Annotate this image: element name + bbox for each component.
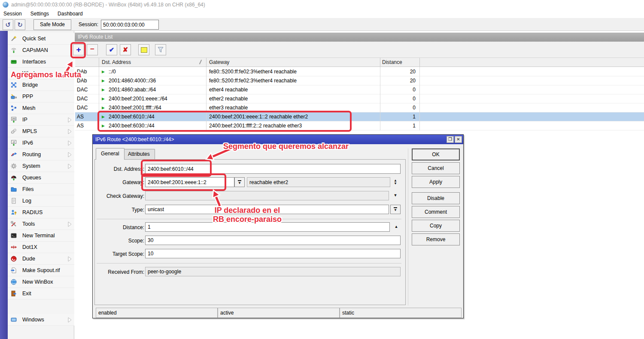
exit-door-icon bbox=[10, 290, 17, 297]
dialog-maximize-button[interactable]: ❐ bbox=[447, 136, 454, 143]
dst-address-label: Dst. Address: bbox=[96, 164, 144, 174]
sidebar-item-tools[interactable]: Tools bbox=[8, 218, 74, 230]
remove-route-button[interactable]: − bbox=[87, 44, 98, 55]
tab-general[interactable]: General bbox=[96, 148, 125, 160]
remove-button[interactable]: Remove bbox=[412, 233, 460, 245]
sidebar-item-capsman[interactable]: CAPsMAN bbox=[8, 45, 74, 56]
sidebar-item-ppp[interactable]: PPP bbox=[8, 91, 74, 103]
enable-route-button[interactable]: ✔ bbox=[106, 44, 117, 55]
route-active-icon: ▶ bbox=[102, 103, 105, 112]
route-active-icon: ▶ bbox=[102, 121, 105, 130]
sidebar-item-ipv6[interactable]: v6 IPv6 bbox=[8, 137, 74, 149]
sidebar-item-make-supout[interactable]: Make Supout.rif bbox=[8, 265, 74, 276]
route-row-selected[interactable]: AS▶ 2400:beef:6010::/44 2400:beef:2001:e… bbox=[75, 112, 644, 121]
sidebar-item-ip[interactable]: 255 IP bbox=[8, 114, 74, 126]
cancel-button[interactable]: Cancel bbox=[412, 162, 460, 174]
column-header-gateway[interactable]: Gateway bbox=[209, 58, 229, 67]
sidebar-item-queues[interactable]: Queues bbox=[8, 172, 74, 184]
sidebar-item-dude[interactable]: Dude bbox=[8, 253, 74, 265]
sidebar-item-new-winbox[interactable]: New WinBox bbox=[8, 276, 74, 288]
type-dropdown-button[interactable]: ▼ bbox=[390, 205, 401, 214]
magic-wand-icon bbox=[10, 35, 17, 42]
comment-route-button[interactable] bbox=[138, 44, 149, 55]
dialog-close-button[interactable]: ✕ bbox=[455, 136, 462, 143]
svg-text:255: 255 bbox=[12, 118, 16, 120]
route-row[interactable]: DAb▶ ::/0 fe80::5200:ff:fe02:3%ether4 re… bbox=[75, 67, 644, 76]
supout-file-icon bbox=[10, 267, 17, 274]
ok-button[interactable]: OK bbox=[412, 148, 460, 160]
apply-button[interactable]: Apply bbox=[412, 176, 460, 188]
comment-note-icon bbox=[141, 47, 147, 53]
user-key-icon bbox=[10, 209, 17, 216]
dst-address-input[interactable] bbox=[145, 164, 401, 174]
session-input[interactable] bbox=[101, 20, 159, 30]
bridge-arrows-icon bbox=[10, 82, 17, 88]
route-row[interactable]: DAC▶ 2400:beef:2001:eeee::/64 ether2 rea… bbox=[75, 94, 644, 103]
copy-button[interactable]: Copy bbox=[412, 220, 460, 232]
comment-button[interactable]: Comment bbox=[412, 206, 460, 218]
sidebar-item-mesh[interactable]: Mesh bbox=[8, 103, 74, 114]
gateway-dropdown-button[interactable]: ▼ bbox=[234, 177, 245, 187]
scope-label: Scope: bbox=[96, 236, 144, 245]
disable-route-button[interactable]: ✘ bbox=[120, 44, 131, 55]
check-gateway-dropdown-arrow[interactable]: ▼ bbox=[391, 193, 400, 197]
sidebar-item-interfaces[interactable]: Interfaces bbox=[8, 56, 74, 68]
sidebar-item-exit[interactable]: Exit bbox=[8, 288, 74, 300]
sidebar-item-log[interactable]: Log bbox=[8, 195, 74, 207]
table-header: Dst. Address Gateway Distance bbox=[75, 58, 644, 67]
gateway-input[interactable] bbox=[145, 177, 234, 187]
add-route-button[interactable]: + bbox=[73, 44, 84, 55]
route-active-icon: ▶ bbox=[102, 67, 105, 76]
ipv6-icon: v6 bbox=[10, 139, 17, 146]
cross-icon: ✘ bbox=[123, 46, 128, 53]
menu-settings[interactable]: Settings bbox=[27, 9, 54, 18]
route-row[interactable]: AS▶ 2400:beef:6030::/44 2400:beef:2001:f… bbox=[75, 121, 644, 130]
distance-up-arrow[interactable]: ▲ bbox=[392, 224, 401, 229]
svg-text:v6: v6 bbox=[12, 141, 15, 143]
sidebar-item-windows[interactable]: Windows bbox=[8, 314, 74, 326]
sidebar-item-dot1x[interactable]: Dot1X bbox=[8, 242, 74, 253]
sidebar-item-bridge[interactable]: Bridge bbox=[8, 79, 74, 91]
menu-session[interactable]: Session bbox=[0, 9, 27, 18]
column-header-dst-address[interactable]: Dst. Address bbox=[102, 58, 131, 67]
filter-button[interactable] bbox=[155, 44, 166, 55]
route-row[interactable]: DAC▶ 2001:4860:abab::/64 ether4 reachabl… bbox=[75, 85, 644, 94]
sidebar-item-mpls[interactable]: MPLS bbox=[8, 126, 74, 137]
undo-icon: ↺ bbox=[5, 21, 11, 28]
sidebar-item-radius[interactable]: RADIUS bbox=[8, 207, 74, 218]
safe-mode-button[interactable]: Safe Mode bbox=[33, 19, 71, 30]
route-list-toolbar: + − ✔ ✘ bbox=[75, 42, 644, 58]
type-label: Type: bbox=[96, 205, 144, 215]
target-scope-input[interactable] bbox=[145, 249, 401, 258]
route-list-title: IPv6 Route List bbox=[75, 33, 644, 42]
antenna-icon bbox=[10, 47, 17, 54]
sidebar-item-new-terminal[interactable]: >_ New Terminal bbox=[8, 230, 74, 242]
sidebar-item-quick-set[interactable]: Quick Set bbox=[8, 33, 74, 45]
ip-255-icon: 255 bbox=[10, 116, 17, 123]
sidebar-item-system[interactable]: System bbox=[8, 160, 74, 172]
route-active-icon: ▶ bbox=[102, 94, 105, 103]
annotation-segment: Segmento que queremos alcanzar bbox=[223, 142, 349, 151]
undo-button[interactable]: ↺ bbox=[3, 19, 13, 30]
check-icon: ✔ bbox=[109, 46, 115, 53]
redo-button[interactable]: ↻ bbox=[15, 19, 25, 30]
scope-input[interactable] bbox=[145, 236, 401, 245]
dialog-divider bbox=[408, 148, 408, 306]
submenu-arrow-icon bbox=[68, 117, 72, 123]
sidebar-item-routing[interactable]: Routing bbox=[8, 149, 74, 160]
windows-screen-icon bbox=[10, 316, 17, 323]
tab-attributes[interactable]: Attributes bbox=[123, 149, 155, 160]
window-title: admin@50:00:00:03:00:00 (RB-BORDE) - Win… bbox=[11, 2, 205, 8]
gateway-spinner[interactable]: ▲▼ bbox=[391, 179, 400, 185]
disable-button[interactable]: Disable bbox=[412, 192, 460, 204]
route-row[interactable]: DAb▶ 2001:4860:4000::/36 fe80::5200:ff:f… bbox=[75, 76, 644, 85]
route-active-icon: ▶ bbox=[102, 85, 105, 94]
sidebar-item-files[interactable]: Files bbox=[8, 184, 74, 195]
column-header-distance[interactable]: Distance bbox=[382, 58, 402, 67]
submenu-arrow-icon bbox=[68, 129, 72, 134]
route-row[interactable]: DAC▶ 2400:beef:2001:ffff::/64 ether3 rea… bbox=[75, 103, 644, 112]
menu-dashboard[interactable]: Dashboard bbox=[54, 9, 88, 18]
check-gateway-input[interactable] bbox=[145, 191, 389, 200]
network-card-icon bbox=[10, 58, 17, 65]
terminal-icon: >_ bbox=[10, 232, 17, 239]
